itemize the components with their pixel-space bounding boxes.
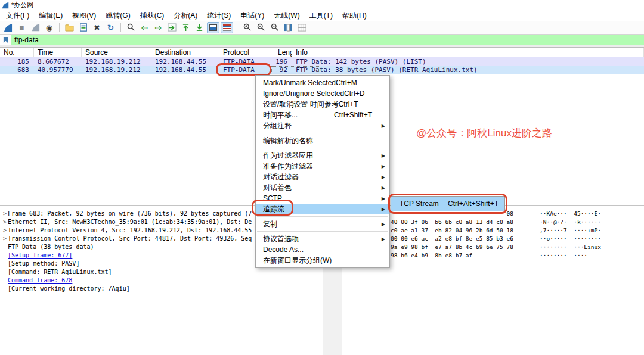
ascii-row: ········ ···· xyxy=(540,251,587,260)
zoom-in-icon[interactable] xyxy=(241,22,253,33)
colorize-icon[interactable] xyxy=(221,22,233,33)
ctx-prepare-as-filter[interactable]: 准备作为过滤器▶ xyxy=(256,161,389,172)
last-packet-icon[interactable] xyxy=(193,22,206,33)
restart-capture-icon[interactable] xyxy=(29,22,42,33)
submenu-arrow-icon: ▶ xyxy=(382,236,385,242)
menu-tools[interactable]: 工具(T) xyxy=(305,10,338,21)
title-bar: *办公网 xyxy=(0,0,644,10)
menu-statistics[interactable]: 统计(S) xyxy=(202,10,236,21)
expand-arrow-icon[interactable]: > xyxy=(2,210,8,218)
close-file-icon[interactable]: ✖ xyxy=(91,22,103,33)
ctx-mark-unmark[interactable]: Mark/Unmark SelectedCtrl+M xyxy=(256,77,389,88)
previous-packet-icon[interactable]: ⇦ xyxy=(138,22,151,33)
filter-bookmark-button[interactable] xyxy=(0,35,11,45)
detail-link-command-frame[interactable]: Command frame: 678 xyxy=(8,276,72,285)
context-menu: Mark/Unmark SelectedCtrl+M Ignore/Unigno… xyxy=(255,75,390,268)
menu-go[interactable]: 跳转(G) xyxy=(101,10,135,21)
menu-separator xyxy=(257,231,388,232)
cell-info: FTP Data: 142 bytes (PASV) (LIST) xyxy=(292,57,644,66)
column-header-destination[interactable]: Destination xyxy=(151,48,219,57)
detail-line[interactable]: [Command: RETR AqiuLinux.txt] xyxy=(8,268,112,276)
ctx-edit-resolved-name[interactable]: 编辑解析的名称 xyxy=(256,135,389,146)
cell-no: 683 xyxy=(0,66,34,74)
zoom-out-icon[interactable] xyxy=(255,22,267,33)
expand-arrow-icon[interactable]: > xyxy=(2,226,8,235)
menu-help[interactable]: 帮助(H) xyxy=(338,10,371,21)
red-box-follow-stream xyxy=(252,200,293,216)
packet-row-683-selected[interactable]: 683 40.957779 192.168.19.212 192.168.44.… xyxy=(0,66,644,74)
ctx-conversation-filter[interactable]: 对话过滤器▶ xyxy=(256,172,389,182)
column-header-protocol[interactable]: Protocol xyxy=(219,48,274,57)
menu-telephony[interactable]: 电话(Y) xyxy=(236,10,269,21)
go-to-packet-icon[interactable] xyxy=(166,22,178,33)
column-header-info[interactable]: Info xyxy=(292,48,644,57)
packet-list-header: No. Time Source Destination Protocol Len… xyxy=(0,48,644,57)
submenu-arrow-icon: ▶ xyxy=(382,153,385,158)
open-file-icon[interactable] xyxy=(63,22,76,33)
shortcut: Ctrl+M xyxy=(336,79,385,87)
ascii-row: ········ ···Linux xyxy=(540,243,601,251)
menu-bar: 文件(F) 编辑(E) 视图(V) 跳转(G) 捕获(C) 分析(A) 统计(S… xyxy=(0,10,644,21)
detail-line[interactable]: Transmission Control Protocol, Src Port:… xyxy=(8,235,252,243)
menu-file[interactable]: 文件(F) xyxy=(1,10,34,21)
detail-line[interactable]: Ethernet II, Src: NewH3CTechno_35:9a:01 … xyxy=(8,218,252,226)
submenu-arrow-icon: ▶ xyxy=(382,123,385,129)
stop-capture-icon[interactable]: ■ xyxy=(16,22,28,33)
menu-wireless[interactable]: 无线(W) xyxy=(269,10,304,21)
filter-input[interactable]: ftp-data xyxy=(14,36,39,44)
column-header-length[interactable]: Lengt xyxy=(274,48,292,57)
ctx-time-reference[interactable]: 设置/取消设置 时间参考Ctrl+T xyxy=(256,99,389,110)
wireshark-fin-icon[interactable] xyxy=(2,22,14,33)
menu-edit[interactable]: 编辑(E) xyxy=(34,10,67,21)
menu-separator xyxy=(257,148,388,148)
cell-length: 196 xyxy=(274,57,292,66)
window-title: *办公网 xyxy=(11,1,33,10)
ctx-ignore-unignore[interactable]: Ignore/Unignore SelectedCtrl+D xyxy=(256,88,389,99)
ctx-time-shift[interactable]: 时间平移...Ctrl+Shift+T xyxy=(256,110,389,120)
detail-line[interactable]: Frame 683: Packet, 92 bytes on wire (736… xyxy=(8,210,252,218)
indent xyxy=(2,268,8,276)
zoom-reset-icon[interactable] xyxy=(268,22,281,33)
detail-line[interactable]: [Setup method: PASV] xyxy=(8,260,79,268)
first-packet-icon[interactable] xyxy=(179,22,192,33)
packet-row-185[interactable]: 185 8.667672 192.168.19.212 192.168.44.5… xyxy=(0,57,644,66)
column-header-source[interactable]: Source xyxy=(82,48,151,57)
watermark-annotation: @公众号：阿秋Linux进阶之路 xyxy=(416,126,552,140)
detail-line[interactable]: Internet Protocol Version 4, Src: 192.16… xyxy=(8,226,252,235)
hex-row: 9a e9 98 bf e7 a7 8b 4c 69 6e 75 78 xyxy=(391,243,513,251)
capture-options-icon[interactable]: ◉ xyxy=(43,22,55,33)
menu-view[interactable]: 视图(V) xyxy=(67,10,101,21)
ctx-decode-as[interactable]: Decode As... xyxy=(256,244,389,255)
detail-link-setup-frame[interactable]: [Setup frame: 677] xyxy=(8,251,72,260)
menu-analyze[interactable]: 分析(A) xyxy=(169,10,202,21)
detail-line[interactable]: FTP Data (38 bytes data) xyxy=(8,243,94,251)
resize-columns-icon[interactable] xyxy=(282,22,295,33)
detail-line[interactable]: [Current working directory: /Aqiu] xyxy=(8,285,130,293)
indent xyxy=(2,243,8,251)
column-header-time[interactable]: Time xyxy=(34,48,82,57)
ctx-copy[interactable]: 复制▶ xyxy=(256,219,389,229)
menu-capture[interactable]: 捕获(C) xyxy=(135,10,169,21)
expand-arrow-icon[interactable]: > xyxy=(2,235,8,243)
ctx-protocol-preferences[interactable]: 协议首选项▶ xyxy=(256,233,389,244)
reload-file-icon[interactable]: ↻ xyxy=(104,22,117,33)
table-view-icon[interactable] xyxy=(296,22,308,33)
ascii-row: ,7·····7 ····+mP· xyxy=(540,226,601,235)
save-file-icon[interactable] xyxy=(77,22,89,33)
find-packet-icon[interactable] xyxy=(125,22,137,33)
ctx-apply-as-filter[interactable]: 作为过滤器应用▶ xyxy=(256,150,389,161)
column-header-no[interactable]: No. xyxy=(0,48,34,57)
ctx-colorize-conversation[interactable]: 对话着色▶ xyxy=(256,182,389,193)
ctx-packet-comment[interactable]: 分组注释▶ xyxy=(256,120,389,131)
auto-scroll-icon[interactable] xyxy=(207,22,219,33)
toolbar-separator xyxy=(237,23,237,32)
ascii-row: ·N··@·?· ·k······ xyxy=(540,218,601,226)
ascii-row: ··KAe··· 45····E· xyxy=(540,210,601,218)
toolbar-separator xyxy=(120,23,121,32)
expand-arrow-icon[interactable]: > xyxy=(2,218,8,226)
hex-row: c0 ae a1 37 eb 82 04 96 2b 6d 50 18 xyxy=(391,226,513,235)
next-packet-icon[interactable]: ⇨ xyxy=(152,22,165,33)
submenu-arrow-icon: ▶ xyxy=(382,175,385,180)
ctx-show-in-new-window[interactable]: 在新窗口显示分组(W) xyxy=(256,255,389,266)
display-filter-bar[interactable]: ftp-data xyxy=(0,35,644,45)
